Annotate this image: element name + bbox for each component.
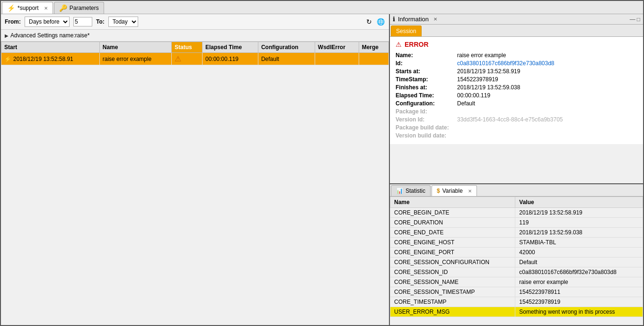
cell-wsdl (315, 53, 359, 65)
col-name: Name (99, 42, 171, 53)
from-select[interactable]: Days before (25, 17, 70, 27)
cell-start: ⚡2018/12/19 13:52:58.91 (1, 53, 100, 65)
list-item[interactable]: CORE_END_DATE 2018/12/19 13:52:59.038 (390, 228, 643, 238)
list-item[interactable]: CORE_ENGINE_PORT 42000 (390, 248, 643, 257)
col-elapsed: Elapsed Time (202, 42, 258, 53)
globe-button[interactable]: 🌐 (376, 17, 385, 26)
from-label: From: (5, 18, 21, 25)
tab-support[interactable]: ⚡ *support ✕ (2, 2, 53, 14)
verbuild-key: Version build date: (396, 132, 457, 139)
main-tab-bar: ⚡ *support ✕ 🔑 Parameters (1, 1, 643, 14)
list-item[interactable]: CORE_DURATION 119 (390, 218, 643, 228)
tab-parameters[interactable]: 🔑 Parameters (54, 2, 104, 14)
var-value: Default (515, 257, 643, 267)
info-title-bar: ℹ Information ✕ — □ (390, 14, 643, 25)
elapsed-key: Elapsed Time: (396, 92, 457, 99)
list-item[interactable]: CORE_TIMESTAMP 1545223978919 (390, 297, 643, 307)
error-title: ⚠ ERROR (396, 41, 637, 48)
col-config: Configuration (258, 42, 315, 53)
session-starts-row: Starts at: 2018/12/19 13:52:58.919 (396, 68, 637, 75)
bottom-panel: 📊 Statistic $ Variable ✕ Name Value (390, 184, 643, 325)
var-value: c0a838010167c686bf9f32e730a803d8 (515, 267, 643, 277)
var-name: CORE_DURATION (390, 218, 515, 228)
verid-key: Version Id: (396, 116, 457, 123)
error-triangle-icon: ⚠ (396, 41, 402, 48)
var-name: CORE_SESSION_ID (390, 267, 515, 277)
main-table: Start Name Status Elapsed Time Configura… (1, 42, 389, 65)
session-tab-label: Session (396, 28, 416, 34)
info-maximize-button[interactable]: □ (637, 16, 640, 23)
list-item[interactable]: CORE_SESSION_ID c0a838010167c686bf9f32e7… (390, 267, 643, 277)
var-value: 2018/12/19 13:52:59.038 (515, 228, 643, 238)
tab-support-close[interactable]: ✕ (44, 6, 48, 11)
statistic-label: Statistic (406, 188, 425, 194)
config-key: Configuration: (396, 100, 457, 107)
main-content: From: Days before To: Today ↻ 🌐 ▶ Advanc… (1, 14, 643, 325)
list-item[interactable]: CORE_BEGIN_DATE 2018/12/19 13:52:58.919 (390, 208, 643, 218)
info-panel-title: Information (398, 16, 429, 23)
cell-config: Default (258, 53, 315, 65)
id-val: c0a838010167c686bf9f32e730a803d8 (457, 60, 555, 67)
info-panel: ℹ Information ✕ — □ Session ⚠ (390, 14, 643, 184)
list-item[interactable]: CORE_ENGINE_HOST STAMBIA-TBL (390, 238, 643, 248)
tab-session[interactable]: Session (391, 26, 422, 36)
session-verbuild-row: Version build date: (396, 132, 637, 139)
var-value: Something went wrong in this process (515, 307, 643, 317)
pkgbuild-key: Package build date: (396, 124, 457, 131)
name-key: Name: (396, 52, 457, 59)
session-body: ⚠ ERROR Name: raise error example Id: c0… (390, 37, 643, 144)
support-icon: ⚡ (7, 4, 15, 12)
session-verid-row: Version Id: 33dd3f54-1663-4cc8-88c4-e75c… (396, 116, 637, 123)
info-panel-close[interactable]: ✕ (433, 17, 437, 22)
session-name-row: Name: raise error example (396, 52, 637, 59)
table-row[interactable]: ⚡2018/12/19 13:52:58.91 raise error exam… (1, 53, 389, 65)
variable-tab-close[interactable]: ✕ (468, 189, 472, 194)
list-item[interactable]: USER_ERROR_MSG Something went wrong in t… (390, 307, 643, 317)
refresh-button[interactable]: ↻ (364, 17, 374, 26)
session-timestamp-row: TimeStamp: 1545223978919 (396, 76, 637, 83)
to-label: To: (96, 18, 105, 25)
variable-icon: $ (437, 188, 440, 194)
bottom-tab-bar: 📊 Statistic $ Variable ✕ (390, 184, 643, 197)
var-col-value: Value (515, 197, 643, 208)
var-value: 1545223978919 (515, 297, 643, 307)
elapsed-val: 00:00:00.119 (457, 92, 490, 99)
starts-val: 2018/12/19 13:52:58.919 (457, 68, 520, 75)
var-value: 1545223978911 (515, 287, 643, 297)
var-name: USER_ERROR_MSG (390, 307, 515, 317)
session-card: ⚠ ERROR Name: raise error example Id: c0… (390, 37, 643, 144)
list-item[interactable]: CORE_SESSION_TIMESTAMP 1545223978911 (390, 287, 643, 297)
var-name: CORE_TIMESTAMP (390, 297, 515, 307)
tab-parameters-label: Parameters (70, 5, 99, 11)
info-minimize-button[interactable]: — (630, 16, 635, 23)
id-key: Id: (396, 60, 457, 67)
advanced-settings[interactable]: ▶ Advanced Settings name:raise* (1, 30, 389, 42)
variable-table: Name Value CORE_BEGIN_DATE 2018/12/19 13… (390, 197, 643, 317)
info-panel-controls: — □ (630, 16, 640, 23)
toolbar-icons: ↻ 🌐 (364, 17, 385, 26)
session-elapsed-row: Elapsed Time: 00:00:00.119 (396, 92, 637, 99)
var-name: CORE_SESSION_CONFIGURATION (390, 257, 515, 267)
variable-table-container: Name Value CORE_BEGIN_DATE 2018/12/19 13… (390, 197, 643, 325)
col-start: Start (1, 42, 100, 53)
advanced-triangle-icon: ▶ (5, 33, 9, 38)
var-value: 2018/12/19 13:52:58.919 (515, 208, 643, 218)
advanced-label: Advanced Settings name:raise* (10, 32, 89, 39)
finishes-key: Finishes at: (396, 84, 457, 91)
tab-variable[interactable]: $ Variable ✕ (432, 185, 477, 196)
cell-merge (359, 53, 388, 65)
tab-statistic[interactable]: 📊 Statistic (391, 185, 431, 196)
cell-elapsed: 00:00:00.119 (202, 53, 258, 65)
name-val: raise error example (457, 52, 506, 59)
session-pkgid-row: Package Id: (396, 108, 637, 115)
to-select[interactable]: Today (108, 17, 138, 27)
days-input[interactable] (73, 17, 92, 26)
col-status: Status (171, 42, 202, 53)
list-item[interactable]: CORE_SESSION_CONFIGURATION Default (390, 257, 643, 267)
error-label: ERROR (405, 41, 429, 48)
var-value: 119 (515, 218, 643, 228)
col-wsdl: WsdlError (315, 42, 359, 53)
var-name: CORE_ENGINE_HOST (390, 238, 515, 248)
list-item[interactable]: CORE_SESSION_NAME raise error example (390, 277, 643, 287)
pkgid-key: Package Id: (396, 108, 457, 115)
